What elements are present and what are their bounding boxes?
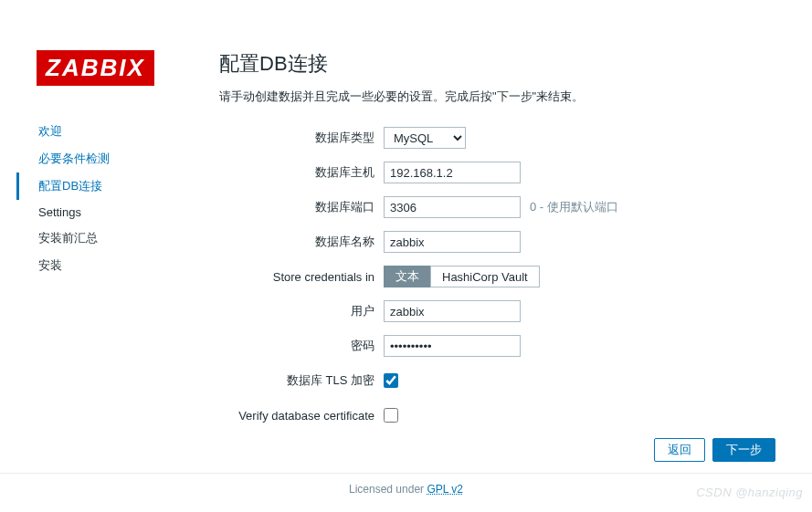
store-segmented: 文本 HashiCorp Vault: [384, 266, 540, 287]
label-user: 用户: [219, 303, 384, 319]
content: 配置DB连接 请手动创建数据并且完成一些必要的设置。完成后按"下一步"来结束。 …: [219, 18, 775, 456]
label-store: Store credentials in: [219, 270, 384, 284]
next-button[interactable]: 下一步: [712, 438, 775, 462]
label-dbhost: 数据库主机: [219, 164, 384, 181]
dbport-input[interactable]: [384, 196, 521, 218]
dbname-input[interactable]: [384, 231, 521, 253]
page-title: 配置DB连接: [219, 50, 775, 78]
license-footer: Licensed under GPL v2: [0, 473, 812, 496]
page-desc: 请手动创建数据并且完成一些必要的设置。完成后按"下一步"来结束。: [219, 89, 775, 105]
sidebar: ZABBIX 欢迎 必要条件检测 配置DB连接 Settings 安装前汇总 安…: [37, 18, 219, 456]
tls-checkbox[interactable]: [384, 373, 398, 388]
nav-install[interactable]: 安装: [38, 252, 219, 279]
nav-presummary[interactable]: 安装前汇总: [38, 225, 219, 252]
password-input[interactable]: [384, 335, 521, 357]
store-plain-button[interactable]: 文本: [384, 266, 430, 287]
nav-prereq[interactable]: 必要条件检测: [38, 145, 219, 172]
step-nav: 欢迎 必要条件检测 配置DB连接 Settings 安装前汇总 安装: [37, 118, 219, 279]
wizard-buttons: 返回 下一步: [654, 438, 775, 462]
label-dbport: 数据库端口: [219, 199, 384, 215]
nav-dbconfig[interactable]: 配置DB连接: [38, 172, 219, 200]
user-input[interactable]: [384, 300, 521, 322]
zabbix-logo: ZABBIX: [37, 50, 154, 86]
label-verify: Verify database certificate: [219, 409, 384, 423]
dbhost-input[interactable]: [384, 162, 521, 183]
nav-settings[interactable]: Settings: [38, 200, 219, 225]
label-dbtype: 数据库类型: [219, 130, 384, 146]
label-tls: 数据库 TLS 加密: [219, 372, 384, 389]
label-password: 密码: [219, 338, 384, 354]
license-link[interactable]: GPL v2: [427, 483, 463, 496]
store-vault-button[interactable]: HashiCorp Vault: [430, 266, 540, 287]
license-prefix: Licensed under: [349, 483, 427, 496]
verify-checkbox[interactable]: [384, 408, 398, 423]
nav-welcome[interactable]: 欢迎: [38, 118, 219, 145]
dbtype-select[interactable]: MySQL: [384, 127, 466, 149]
setup-wizard: ZABBIX 欢迎 必要条件检测 配置DB连接 Settings 安装前汇总 安…: [0, 0, 812, 512]
watermark: CSDN @hanziqing: [696, 486, 803, 499]
back-button[interactable]: 返回: [654, 438, 705, 462]
label-dbname: 数据库名称: [219, 234, 384, 250]
dbport-hint: 0 - 使用默认端口: [530, 199, 618, 215]
